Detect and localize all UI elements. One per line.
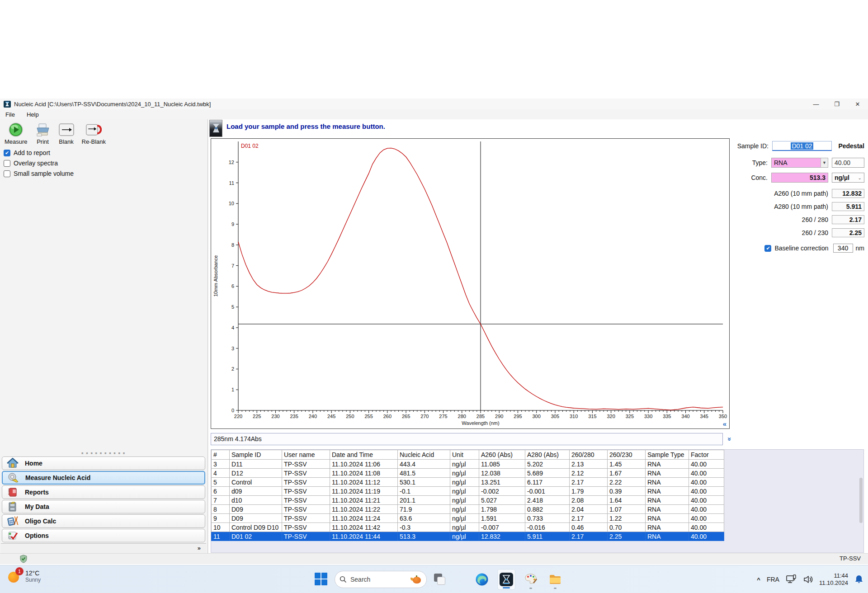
table-cell[interactable]: 11.10.2024 11:44 (330, 532, 398, 541)
table-cell[interactable]: 2.04 (570, 505, 608, 514)
table-cell[interactable]: 1.22 (608, 514, 646, 523)
table-cell[interactable]: ng/µl (450, 505, 479, 514)
column-header[interactable]: Date and Time (330, 450, 398, 460)
table-row[interactable]: 5ControlTP-SSV11.10.2024 11:12530.1ng/µl… (212, 478, 724, 487)
table-cell[interactable]: 2.08 (570, 496, 608, 505)
table-cell[interactable]: D11 (230, 460, 282, 469)
table-cell[interactable]: 513.3 (398, 532, 450, 541)
table-cell[interactable]: RNA (646, 514, 689, 523)
table-cell[interactable]: TP-SSV (282, 487, 330, 496)
restore-button[interactable]: ❐ (826, 99, 847, 109)
title-bar[interactable]: Nucleic Acid [C:\Users\TP-SSV\Documents\… (0, 99, 868, 109)
table-cell[interactable]: d10 (230, 496, 282, 505)
table-cell[interactable]: 7 (212, 496, 230, 505)
sidebar-collapse-button[interactable]: » (1, 543, 206, 553)
table-cell[interactable]: 11.10.2024 11:08 (330, 469, 398, 478)
table-cell[interactable]: 2.418 (525, 496, 570, 505)
menu-file[interactable]: File (5, 111, 15, 118)
table-cell[interactable]: 1.79 (570, 487, 608, 496)
table-cell[interactable]: Control D09 D10 (230, 523, 282, 532)
sidebar-item-oligo-calc[interactable]: Oligo Calc (2, 514, 205, 528)
table-cell[interactable]: ng/µl (450, 523, 479, 532)
table-cell[interactable]: 481.5 (398, 469, 450, 478)
table-cell[interactable]: 11.085 (479, 460, 525, 469)
type-factor-field[interactable]: 40.00 (832, 158, 864, 168)
blank-button[interactable]: Blank (57, 121, 76, 146)
table-cell[interactable]: 11.10.2024 11:06 (330, 460, 398, 469)
table-cell[interactable]: 5.202 (525, 460, 570, 469)
table-cell[interactable]: 12.038 (479, 469, 525, 478)
table-cell[interactable]: 11.10.2024 11:24 (330, 514, 398, 523)
language-indicator[interactable]: FRA (767, 576, 779, 583)
table-cell[interactable]: 40.00 (689, 532, 724, 541)
baseline-wavelength-field[interactable]: 340 (833, 244, 853, 253)
table-cell[interactable]: 40.00 (689, 487, 724, 496)
table-cell[interactable]: TP-SSV (282, 496, 330, 505)
start-button[interactable] (315, 573, 328, 586)
table-cell[interactable]: ng/µl (450, 496, 479, 505)
table-cell[interactable]: RNA (646, 505, 689, 514)
table-cell[interactable]: 0.46 (570, 523, 608, 532)
table-cell[interactable]: 71.9 (398, 505, 450, 514)
table-cell[interactable]: ng/µl (450, 487, 479, 496)
sample-id-input[interactable]: D01 02 (772, 141, 832, 151)
task-view-button[interactable] (433, 573, 447, 586)
table-cell[interactable]: 6.117 (525, 478, 570, 487)
table-cell[interactable]: 2.12 (570, 469, 608, 478)
table-cell[interactable]: -0.016 (525, 523, 570, 532)
chart-collapse-button[interactable]: « (720, 420, 729, 428)
table-cell[interactable]: 1.64 (608, 496, 646, 505)
table-cell[interactable]: -0.002 (479, 487, 525, 496)
baseline-correction-checkbox[interactable]: ✔ (764, 245, 771, 252)
table-cell[interactable]: 12.832 (479, 532, 525, 541)
table-cell[interactable]: ng/µl (450, 469, 479, 478)
column-header[interactable]: Sample Type (646, 450, 689, 460)
table-cell[interactable]: 11.10.2024 11:19 (330, 487, 398, 496)
table-cell[interactable]: 2.22 (608, 478, 646, 487)
table-cell[interactable]: ng/µl (450, 460, 479, 469)
table-cell[interactable]: 10 (212, 523, 230, 532)
column-header[interactable]: 260/280 (570, 450, 608, 460)
table-cell[interactable]: 1.07 (608, 505, 646, 514)
splitter-grip[interactable]: ■ ■ ■ ■ ■ ■ ■ ■ ■ ■ (1, 452, 206, 456)
table-cell[interactable]: 9 (212, 514, 230, 523)
table-row[interactable]: 9D09TP-SSV11.10.2024 11:2463.6ng/µl1.591… (212, 514, 724, 523)
taskbar-clock[interactable]: 11:44 11.10.2024 (819, 572, 848, 587)
sidebar-item-home[interactable]: Home (2, 457, 205, 470)
table-row[interactable]: 11D01 02TP-SSV11.10.2024 11:44513.3ng/µl… (212, 532, 724, 541)
table-cell[interactable]: 40.00 (689, 523, 724, 532)
table-cell[interactable]: D12 (230, 469, 282, 478)
column-header[interactable]: A260 (Abs) (479, 450, 525, 460)
table-cell[interactable]: TP-SSV (282, 523, 330, 532)
explorer-taskbar-icon[interactable] (546, 569, 564, 590)
tray-overflow-chevron[interactable]: ^ (757, 576, 760, 583)
column-header[interactable]: User name (282, 450, 330, 460)
minimize-button[interactable]: — (806, 99, 826, 109)
table-cell[interactable]: RNA (646, 478, 689, 487)
column-header[interactable]: Sample ID (230, 450, 282, 460)
table-scrollbar[interactable] (859, 478, 863, 523)
close-button[interactable]: ✕ (847, 99, 868, 109)
table-cell[interactable]: 201.1 (398, 496, 450, 505)
table-cell[interactable]: ng/µl (450, 514, 479, 523)
column-header[interactable]: Nucleic Acid (398, 450, 450, 460)
small-sample-volume-checkbox[interactable]: Small sample volume (4, 170, 74, 177)
readout-expand-button[interactable]: « (724, 433, 733, 445)
network-icon[interactable] (786, 574, 797, 584)
table-cell[interactable]: 5.689 (525, 469, 570, 478)
sidebar-item-options[interactable]: Options (2, 529, 205, 542)
table-cell[interactable]: Control (230, 478, 282, 487)
table-cell[interactable]: 63.6 (398, 514, 450, 523)
table-cell[interactable]: TP-SSV (282, 478, 330, 487)
table-cell[interactable]: -0.1 (398, 487, 450, 496)
table-cell[interactable]: 2.25 (608, 532, 646, 541)
table-cell[interactable]: RNA (646, 532, 689, 541)
search-box[interactable]: Search (335, 571, 427, 588)
table-cell[interactable]: RNA (646, 469, 689, 478)
table-cell[interactable]: 40.00 (689, 469, 724, 478)
table-cell[interactable]: 5.027 (479, 496, 525, 505)
weather-widget[interactable]: 1 12°C Sunny (7, 569, 41, 584)
column-header[interactable]: A280 (Abs) (525, 450, 570, 460)
table-cell[interactable]: 2.17 (570, 514, 608, 523)
table-cell[interactable]: TP-SSV (282, 514, 330, 523)
